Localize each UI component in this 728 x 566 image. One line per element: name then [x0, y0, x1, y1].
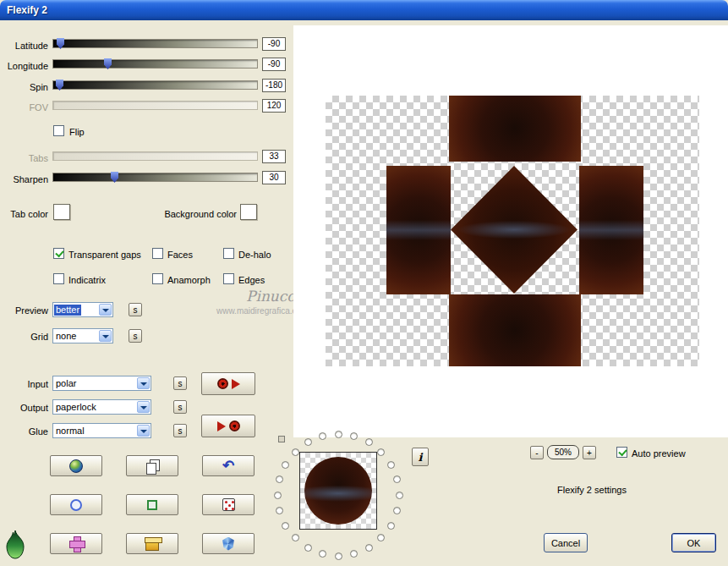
blue-gem-icon [222, 537, 235, 551]
chevron-down-icon[interactable] [137, 425, 150, 437]
red-arrow-icon [217, 421, 226, 431]
spin-slider-thumb[interactable] [56, 80, 63, 91]
ring-dot [276, 507, 283, 514]
recall-settings-button[interactable] [201, 415, 255, 437]
undo-button[interactable]: ↶ [202, 455, 255, 476]
latitude-slider[interactable] [52, 39, 258, 48]
spin-value[interactable]: -180 [262, 79, 286, 92]
ring-dot [276, 475, 283, 483]
settings-status-text: Flexify 2 settings [524, 485, 660, 495]
flaming-pear-logo[interactable] [3, 530, 27, 562]
yellow-box-icon [145, 541, 159, 551]
input-combo-value: polar [56, 378, 76, 389]
chevron-down-icon[interactable] [99, 304, 112, 316]
ok-button[interactable]: OK [671, 533, 716, 552]
orb-preview-frame [299, 452, 377, 530]
glue-combo[interactable]: normal [52, 423, 151, 438]
pattern-square-right [579, 166, 643, 294]
output-combo[interactable]: paperlock [52, 399, 151, 415]
glue-s-button[interactable]: s [173, 424, 187, 437]
ring-dot [387, 522, 395, 530]
plus-cross-button[interactable] [50, 533, 102, 554]
ring-dot [393, 475, 401, 483]
grid-combo[interactable]: none [52, 328, 113, 343]
spin-slider[interactable] [52, 80, 258, 90]
ring-dot [335, 552, 342, 560]
zoom-level-field[interactable]: 50% [547, 445, 579, 459]
remember-settings-button[interactable] [201, 372, 255, 395]
background-color-swatch[interactable] [240, 204, 257, 220]
dehalo-checkbox[interactable] [223, 248, 234, 259]
ring-handle [278, 436, 285, 442]
output-s-button[interactable]: s [173, 400, 187, 414]
ring-dot [335, 431, 342, 438]
box-button[interactable] [126, 533, 178, 554]
faces-checkbox[interactable] [152, 248, 163, 259]
longitude-slider-thumb[interactable] [104, 58, 112, 69]
grid-combo-value: none [56, 331, 76, 342]
globe-button[interactable] [50, 455, 102, 476]
watermark-site: www.maidiregrafica.eu [216, 306, 302, 316]
indicatrix-checkbox[interactable] [53, 273, 64, 284]
square-icon [147, 500, 157, 510]
anamorph-label: Anamorph [167, 275, 211, 285]
chevron-down-icon[interactable] [99, 330, 112, 342]
tabs-slider [52, 151, 258, 161]
input-combo[interactable]: polar [52, 376, 151, 391]
copy-icon [146, 459, 159, 473]
auto-preview-checkbox[interactable] [616, 447, 627, 458]
ring-dot [396, 492, 403, 499]
ring-dot [304, 544, 312, 552]
preview-combo-value: better [54, 305, 81, 316]
pink-cross-icon [69, 536, 84, 551]
preview-combo-label: Preview [0, 305, 48, 316]
square-button[interactable] [126, 494, 178, 515]
grid-s-button[interactable]: s [129, 329, 142, 343]
fov-slider [52, 101, 258, 110]
tabs-label: Tabs [0, 153, 48, 163]
ring-dot [377, 448, 385, 456]
fov-value[interactable]: 120 [262, 99, 286, 113]
longitude-slider[interactable] [52, 59, 258, 69]
title-bar[interactable]: Flexify 2 [0, 0, 728, 20]
ring-dot [304, 438, 312, 446]
ring-dot [365, 544, 373, 552]
edges-checkbox[interactable] [223, 273, 234, 284]
tab-color-swatch[interactable] [53, 204, 70, 220]
zoom-out-button[interactable]: - [530, 446, 544, 459]
flip-checkbox[interactable] [53, 125, 64, 136]
circle-button[interactable] [50, 494, 102, 515]
undo-arrow-icon: ↶ [222, 459, 234, 473]
chevron-down-icon[interactable] [137, 401, 150, 413]
zoom-in-button[interactable]: + [583, 446, 596, 459]
random-dice-button[interactable] [202, 494, 255, 515]
cancel-button[interactable]: Cancel [544, 533, 588, 552]
sharpen-slider[interactable] [52, 173, 258, 182]
fov-label: FOV [0, 102, 48, 113]
chevron-down-icon[interactable] [137, 377, 150, 389]
preview-combo[interactable]: better [52, 302, 113, 317]
sharpen-value[interactable]: 30 [262, 171, 286, 184]
longitude-label: Longitude [0, 61, 48, 71]
ring-dot [365, 438, 373, 446]
dice-icon [222, 498, 235, 511]
sharpen-slider-thumb[interactable] [111, 172, 118, 183]
latitude-value[interactable]: -90 [262, 37, 286, 51]
tabs-value[interactable]: 33 [262, 150, 286, 163]
info-button[interactable]: i [412, 448, 429, 466]
input-s-button[interactable]: s [173, 376, 187, 390]
transparent-gaps-checkbox[interactable] [53, 248, 64, 259]
preview-s-button[interactable]: s [129, 303, 142, 316]
ring-dot [350, 432, 358, 440]
tab-color-label: Tab color [0, 209, 48, 219]
copy-button[interactable] [126, 455, 178, 476]
longitude-value[interactable]: -90 [262, 58, 286, 71]
anamorph-checkbox[interactable] [152, 273, 163, 284]
gem-button[interactable] [202, 533, 255, 554]
ring-dot [282, 461, 289, 469]
ring-dot [319, 550, 326, 558]
window-title: Flexify 2 [0, 0, 728, 20]
latitude-slider-thumb[interactable] [57, 38, 64, 49]
spin-label: Spin [0, 82, 48, 92]
pattern-square-top [449, 96, 581, 162]
